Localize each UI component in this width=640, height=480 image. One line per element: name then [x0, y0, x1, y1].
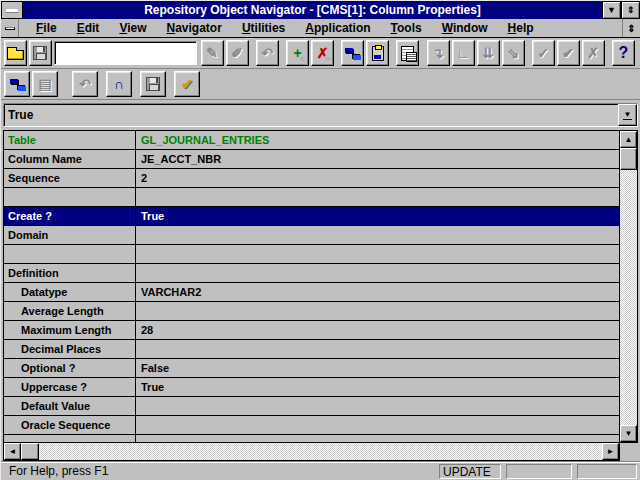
mark-check-edit-button[interactable]: ✔ — [557, 40, 580, 66]
property-row-domain[interactable]: Domain — [4, 226, 619, 245]
hierarchy-markers-button-2[interactable] — [4, 71, 30, 97]
menu-navigator[interactable]: Navigator — [158, 20, 231, 36]
menu-view[interactable]: View — [110, 20, 155, 36]
vertical-scroll-thumb[interactable] — [620, 148, 637, 170]
property-label[interactable] — [4, 435, 136, 443]
property-row-table[interactable]: TableGL_JOURNAL_ENTRIES — [4, 131, 619, 150]
help-button[interactable]: ? — [612, 40, 635, 66]
menu-edit[interactable]: Edit — [68, 20, 109, 36]
property-value[interactable]: JE_ACCT_NBR — [136, 150, 619, 168]
property-row-optional[interactable]: Optional ?False — [4, 359, 619, 378]
property-row-average-length[interactable]: Average Length — [4, 302, 619, 321]
property-row-definition[interactable]: Definition — [4, 264, 619, 283]
create-object-button[interactable]: +○ — [286, 40, 309, 66]
system-menu-button[interactable] — [1, 1, 23, 19]
property-label[interactable]: Default Value — [4, 397, 136, 415]
menu-utilities[interactable]: Utilities — [233, 20, 294, 36]
scroll-left-button[interactable]: ◄ — [4, 443, 21, 460]
property-row-create-selected[interactable]: Create ?True — [4, 207, 619, 226]
pen-tool-button[interactable]: ✎ — [201, 40, 224, 66]
expand-all-button[interactable]: ⇊ — [477, 40, 500, 66]
property-label[interactable]: Oracle Sequence — [4, 416, 136, 434]
save-button-2[interactable] — [140, 71, 166, 97]
menu-file[interactable]: File — [27, 20, 66, 36]
property-value[interactable]: True — [136, 207, 619, 225]
restore-button[interactable]: ⇕ — [621, 1, 640, 19]
horizontal-scroll-track[interactable] — [39, 443, 602, 460]
property-row-maximum-length[interactable]: Maximum Length28 — [4, 321, 619, 340]
property-value[interactable]: GL_JOURNAL_ENTRIES — [136, 131, 619, 149]
properties-report-button[interactable] — [396, 40, 419, 66]
property-label[interactable]: Maximum Length — [4, 321, 136, 339]
pin-check-button[interactable]: ✔ — [174, 71, 200, 97]
property-value[interactable]: True — [136, 378, 619, 396]
property-row-column-name[interactable]: Column NameJE_ACCT_NBR — [4, 150, 619, 169]
property-value[interactable]: 2 — [136, 169, 619, 187]
scroll-down-button[interactable]: ▼ — [620, 425, 637, 442]
hierarchy-markers-button[interactable] — [341, 40, 364, 66]
property-value[interactable]: False — [136, 359, 619, 377]
property-label[interactable]: Uppercase ? — [4, 378, 136, 396]
property-label[interactable]: Column Name — [4, 150, 136, 168]
property-label[interactable]: Sequence — [4, 169, 136, 187]
property-value[interactable] — [136, 226, 619, 244]
collapse-button[interactable]: ∟ — [452, 40, 475, 66]
property-label[interactable]: Definition — [4, 264, 136, 282]
property-row-datatype[interactable]: DatatypeVARCHAR2 — [4, 283, 619, 302]
scroll-up-button[interactable]: ▲ — [620, 131, 637, 148]
mark-cancel-button[interactable]: ✗ — [582, 40, 605, 66]
property-row-blank[interactable] — [4, 245, 619, 264]
minimize-button[interactable]: ▼ — [602, 1, 621, 19]
collapse-all-button[interactable]: ⇘ — [502, 40, 525, 66]
property-value[interactable] — [136, 188, 619, 206]
clipboard-markers-button[interactable] — [366, 40, 389, 66]
menu-window[interactable]: Window — [433, 20, 497, 36]
property-row-oracle-sequence[interactable]: Oracle Sequence — [4, 416, 619, 435]
property-value[interactable] — [136, 245, 619, 263]
property-row-blank[interactable] — [4, 435, 619, 443]
property-value[interactable]: VARCHAR2 — [136, 283, 619, 301]
property-row-uppercase[interactable]: Uppercase ?True — [4, 378, 619, 397]
property-value[interactable] — [136, 340, 619, 358]
property-label[interactable]: Average Length — [4, 302, 136, 320]
scroll-right-button[interactable]: ► — [602, 443, 619, 460]
property-value[interactable]: 28 — [136, 321, 619, 339]
property-label[interactable]: Create ? — [4, 207, 136, 225]
intersection-button[interactable]: ∩ — [106, 71, 132, 97]
property-value-combo[interactable]: True ▼ — [3, 103, 638, 127]
property-label[interactable]: Datatype — [4, 283, 136, 301]
menu-help[interactable]: Help — [499, 20, 543, 36]
object-search-input[interactable] — [54, 41, 197, 65]
save-button[interactable] — [29, 40, 52, 66]
menu-tools[interactable]: Tools — [382, 20, 431, 36]
property-label[interactable]: Table — [4, 131, 136, 149]
property-value[interactable] — [136, 416, 619, 434]
document-button[interactable]: ▤ — [32, 71, 58, 97]
property-label[interactable]: Decimal Places — [4, 340, 136, 358]
child-restore-button[interactable]: ⇕ — [622, 19, 640, 37]
pen-tool-alt-button[interactable]: ✐ — [226, 40, 249, 66]
menu-application[interactable]: Application — [296, 20, 379, 36]
property-value[interactable] — [136, 264, 619, 282]
property-value-drop-button[interactable]: ▼ — [618, 104, 637, 126]
property-value[interactable] — [136, 435, 619, 443]
expand-button[interactable]: ↴ — [427, 40, 450, 66]
undo-button-2[interactable]: ↶ — [72, 71, 98, 97]
property-value[interactable] — [136, 302, 619, 320]
property-label[interactable]: Optional ? — [4, 359, 136, 377]
property-row-default-value[interactable]: Default Value — [4, 397, 619, 416]
property-label[interactable]: Domain — [4, 226, 136, 244]
property-row-blank[interactable] — [4, 188, 619, 207]
child-system-menu-button[interactable] — [1, 19, 19, 37]
property-row-sequence[interactable]: Sequence2 — [4, 169, 619, 188]
property-value[interactable] — [136, 397, 619, 415]
undo-button[interactable]: ↶ — [256, 40, 279, 66]
horizontal-scroll-thumb[interactable] — [21, 443, 39, 460]
vertical-scroll-track[interactable] — [620, 170, 637, 425]
property-row-decimal-places[interactable]: Decimal Places — [4, 340, 619, 359]
property-label[interactable] — [4, 188, 136, 206]
horizontal-scrollbar[interactable]: ◄ ► — [3, 443, 620, 461]
mark-check-button[interactable]: ✓ — [532, 40, 555, 66]
open-repository-button[interactable] — [4, 40, 27, 66]
property-label[interactable] — [4, 245, 136, 263]
